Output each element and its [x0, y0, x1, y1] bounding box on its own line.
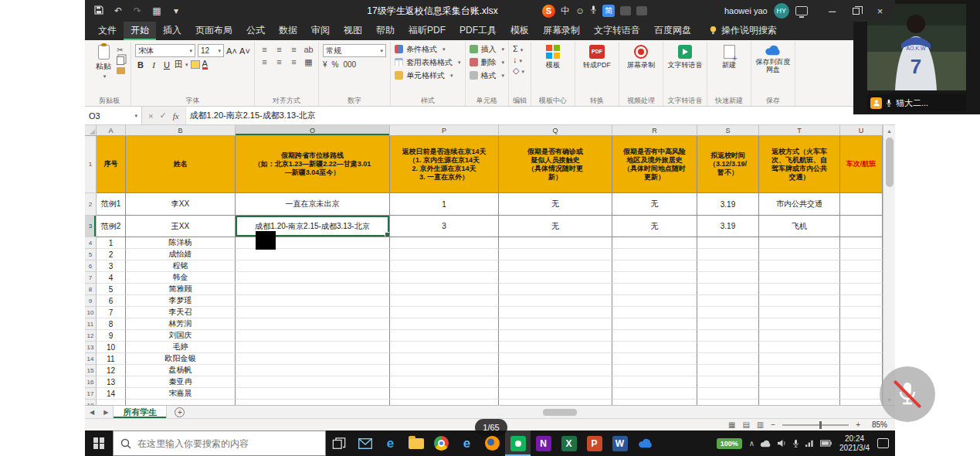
redo-icon[interactable]: ↷	[131, 5, 144, 16]
empty-cell[interactable]	[390, 318, 499, 330]
header-cell-risk[interactable]: 假期是否有中高风险 地区及境外旅居史 （具体时间地点随时 更新）	[612, 136, 697, 193]
empty-cell[interactable]	[759, 400, 840, 405]
name-cell[interactable]: 李天召	[126, 307, 236, 318]
ime-mic-icon[interactable]	[590, 5, 597, 17]
empty-cell[interactable]	[499, 365, 612, 376]
align-middle-button[interactable]: ≡	[273, 45, 285, 55]
table-icon[interactable]: ▦	[151, 5, 163, 16]
empty-cell[interactable]	[236, 318, 390, 330]
column-header-s[interactable]: S	[697, 125, 759, 136]
empty-cell[interactable]	[697, 330, 759, 342]
column-header-b[interactable]: B	[126, 125, 236, 136]
empty-cell[interactable]	[759, 318, 840, 330]
bold-button[interactable]: B	[135, 59, 146, 70]
format-cells-button[interactable]: 格式▾	[470, 69, 505, 82]
empty-cell[interactable]	[236, 353, 390, 365]
empty-cell[interactable]	[840, 376, 883, 388]
empty-cell[interactable]	[759, 365, 840, 376]
empty-cell[interactable]	[236, 272, 390, 284]
scrollbar-thumb[interactable]	[543, 409, 577, 416]
cut-button[interactable]: ✂	[117, 46, 125, 54]
present-icon[interactable]	[795, 6, 808, 15]
taskbar-app-mail-icon[interactable]	[352, 430, 378, 456]
empty-cell[interactable]	[499, 284, 612, 295]
empty-cell[interactable]	[840, 272, 883, 284]
empty-cell[interactable]	[840, 249, 883, 260]
underline-button[interactable]: U	[161, 59, 172, 70]
tell-me-box[interactable]: 操作说明搜索	[709, 24, 777, 40]
grow-font-button[interactable]: A˄	[226, 45, 237, 56]
ime-simplified-button[interactable]: 简	[602, 5, 615, 17]
empty-cell[interactable]	[499, 249, 612, 260]
cell[interactable]: 3	[390, 216, 499, 237]
sogou-logo-icon[interactable]: S	[542, 5, 555, 18]
empty-cell[interactable]	[612, 284, 697, 295]
serial-cell[interactable]: 3	[97, 260, 126, 272]
row-number[interactable]: 2	[85, 193, 97, 216]
fill-button[interactable]: ↓▾	[513, 55, 524, 64]
serial-cell[interactable]: 2	[97, 249, 126, 260]
serial-cell[interactable]: 12	[97, 365, 126, 376]
name-cell[interactable]: 毛婷	[126, 342, 236, 353]
row-number[interactable]: 8	[85, 284, 97, 295]
empty-cell[interactable]	[612, 249, 697, 260]
percent-style-button[interactable]: %	[332, 60, 339, 69]
minimize-button[interactable]: ─	[820, 0, 844, 22]
ribbon-tab-13[interactable]: 文字转语音	[587, 21, 647, 40]
normal-view-icon[interactable]: ▦	[728, 420, 735, 429]
empty-cell[interactable]	[236, 365, 390, 376]
empty-cell[interactable]	[612, 260, 697, 272]
taskbar-app-file-explorer-icon[interactable]	[403, 430, 429, 456]
search-input[interactable]	[137, 438, 307, 449]
serial-cell[interactable]: 8	[97, 318, 126, 330]
empty-cell[interactable]	[759, 237, 840, 249]
row-number[interactable]: 14	[85, 353, 97, 365]
taskbar-search[interactable]	[113, 430, 326, 456]
empty-cell[interactable]	[499, 388, 612, 400]
shrink-font-button[interactable]: A˅	[239, 45, 250, 56]
zoom-slider-thumb[interactable]	[819, 421, 822, 429]
empty-cell[interactable]	[697, 249, 759, 260]
header-cell-contact[interactable]: 假期是否有确诊或 疑似人员接触史 （具体情况随时更 新）	[499, 136, 612, 193]
serial-cell[interactable]: 6	[97, 295, 126, 307]
empty-cell[interactable]	[759, 260, 840, 272]
taskbar-app-meeting-icon[interactable]	[505, 430, 531, 456]
cell[interactable]: 市内公共交通	[759, 193, 840, 216]
name-cell[interactable]	[126, 400, 236, 405]
name-cell[interactable]: 刘国庆	[126, 330, 236, 342]
column-header-p[interactable]: P	[390, 125, 499, 136]
empty-cell[interactable]	[390, 353, 499, 365]
ribbon-tab-12[interactable]: 屏幕录制	[536, 21, 587, 40]
tray-chevron-icon[interactable]: ∧	[749, 439, 754, 447]
taskbar-app-onenote-icon[interactable]: N	[531, 430, 556, 456]
zoom-in-icon[interactable]: +	[856, 420, 860, 429]
vertical-scrollbar[interactable]: ▲ ▼	[883, 125, 895, 405]
name-cell[interactable]: 林芳润	[126, 318, 236, 330]
delete-cells-button[interactable]: 删除▾	[470, 56, 505, 69]
tray-mic-icon[interactable]	[792, 439, 799, 448]
font-color-button[interactable]: A	[202, 60, 208, 70]
row-number[interactable]: 17	[85, 388, 97, 400]
user-avatar[interactable]: HY	[774, 3, 789, 19]
cancel-icon[interactable]: ×	[148, 111, 153, 121]
empty-cell[interactable]	[612, 307, 697, 318]
insert-cells-button[interactable]: 插入▾	[470, 43, 505, 56]
copy-button[interactable]	[117, 56, 124, 65]
font-name-select[interactable]: 宋体▾	[135, 44, 195, 57]
formula-input[interactable]: 成都1.20-南京2.15-成都3.13-北京	[185, 107, 895, 124]
empty-cell[interactable]	[759, 342, 840, 353]
cell[interactable]: 无	[612, 193, 697, 216]
serial-cell[interactable]: 9	[97, 330, 126, 342]
orientation-button[interactable]: ab	[303, 45, 314, 55]
column-header-a[interactable]: A	[97, 125, 126, 136]
serial-cell[interactable]	[97, 400, 126, 405]
cell[interactable]: 李XX	[126, 193, 236, 216]
ribbon-tab-7[interactable]: 视图	[337, 21, 369, 40]
empty-cell[interactable]	[840, 353, 883, 365]
empty-cell[interactable]	[840, 330, 883, 342]
name-cell[interactable]: 宋嘉晨	[126, 388, 236, 400]
format-painter-button[interactable]	[117, 67, 125, 74]
empty-cell[interactable]	[612, 342, 697, 353]
empty-cell[interactable]	[236, 330, 390, 342]
serial-cell[interactable]: 1	[97, 237, 126, 249]
